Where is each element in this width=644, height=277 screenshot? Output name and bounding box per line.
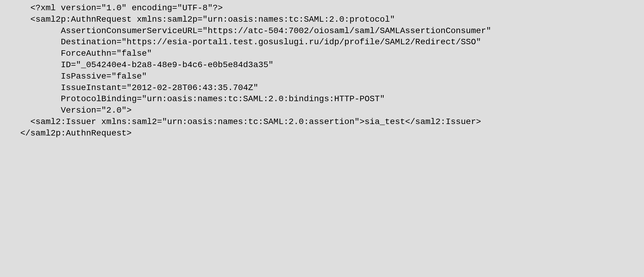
code-line-3: AssertionConsumerServiceURL="https://atc… <box>0 26 491 36</box>
code-line-4: Destination="https://esia-portal1.test.g… <box>0 37 481 47</box>
code-line-10: Version="2.0"> <box>0 106 132 115</box>
code-line-2: <saml2p:AuthnRequest xmlns:saml2p="urn:o… <box>0 15 395 24</box>
code-line-6: ID="_054240e4-b2a8-48e9-b4c6-e0b5e84d3a3… <box>0 60 273 70</box>
xml-code-block: <?xml version="1.0" encoding="UTF-8"?> <… <box>0 2 644 139</box>
code-line-11: <saml2:Issuer xmlns:saml2="urn:oasis:nam… <box>0 117 481 126</box>
code-line-9: ProtocolBinding="urn:oasis:names:tc:SAML… <box>0 94 385 104</box>
code-line-8: IssueInstant="2012-02-28T06:43:35.704Z" <box>0 83 258 92</box>
code-line-1: <?xml version="1.0" encoding="UTF-8"?> <box>0 3 223 13</box>
code-line-7: IsPassive="false" <box>0 72 147 81</box>
code-line-12: </saml2p:AuthnRequest> <box>0 129 132 138</box>
code-line-5: ForceAuthn="false" <box>0 49 152 58</box>
